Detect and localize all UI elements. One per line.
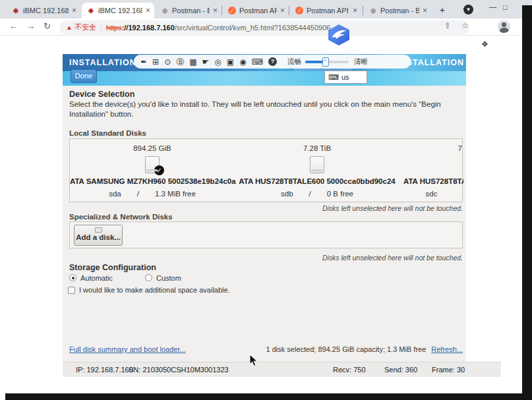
window-minimize-button[interactable]: —: [489, 3, 496, 11]
disk-device: sda: [109, 190, 121, 198]
close-icon[interactable]: ×: [423, 7, 427, 14]
tab-title: Postman API Platfo: [239, 7, 277, 14]
kvm-toolbar: ✒ ⊞ ⊙ Ⓑ ▦ ☛ ◎ ▣ ◉ ⌨ ? 流畅 清晰: [134, 55, 411, 69]
mouse-icon[interactable]: ☛: [202, 58, 210, 66]
disk-mount: /: [309, 190, 311, 198]
desktop-background: [522, 5, 532, 393]
selection-summary: 1 disk selected; 894.25 GiB capacity; 1.…: [266, 345, 427, 353]
close-icon[interactable]: ×: [280, 7, 285, 14]
quality-slider-handle[interactable]: [322, 57, 329, 67]
disk-icon[interactable]: [310, 156, 324, 173]
full-disk-summary-link[interactable]: Full disk summary and boot loader...: [69, 345, 186, 353]
cdrom-icon[interactable]: ◎: [214, 58, 221, 66]
radio-custom[interactable]: [145, 274, 152, 281]
pin-icon[interactable]: ✒: [140, 58, 147, 66]
desktop: ❉ iBMC 192.168.7.16 × ❉ iBMC 192.168.7.1…: [0, 0, 532, 400]
disk-device: sdb: [281, 190, 293, 198]
floppy-icon[interactable]: ▣: [227, 58, 234, 66]
disk-mount: /: [137, 190, 139, 198]
keyboard-icon: ⌨: [328, 73, 339, 82]
close-icon[interactable]: ×: [353, 7, 357, 14]
tab-title: Postman API Platfo: [307, 7, 349, 14]
network-disks-panel: Add a disk...: [69, 221, 463, 248]
additional-space-label[interactable]: I would like to make additional space av…: [79, 286, 230, 294]
power-icon[interactable]: ⊙: [164, 58, 171, 66]
disk-icon[interactable]: ✓: [145, 156, 160, 173]
fit-screen-icon[interactable]: ⊞: [152, 58, 159, 66]
warning-triangle-icon: ▲: [66, 24, 73, 31]
tab-ibmc-2-active[interactable]: ❉ iBMC 192.168.7.16 ×: [82, 3, 154, 18]
browser-navbar: ← → ↻ ▲ 不安全 | https ://192.168.7.160 /sr…: [0, 18, 532, 36]
installer-subheader: [63, 71, 466, 86]
screen-layout-icon[interactable]: ▦: [189, 58, 196, 66]
disk-sdb[interactable]: 7.28 TiB ATA HUS728T8TALE600 5000cca0bbd…: [235, 139, 399, 202]
radio-automatic-label[interactable]: Automatic: [80, 274, 134, 282]
add-disk-button[interactable]: Add a disk...: [74, 225, 123, 246]
disk-model: ATA SAMSUNG MZ7KH960 5002538e19b24c0a: [70, 177, 235, 185]
desktop-background: [5, 393, 532, 400]
ibmc-icon: ❉: [87, 7, 95, 14]
tab-postman-api-1[interactable]: ∕ Postman API Platfo ×: [223, 3, 289, 18]
additional-space-checkbox[interactable]: [68, 287, 75, 294]
disk-free: 0 B free: [327, 190, 353, 198]
globe-icon: ⊕: [161, 7, 169, 14]
address-bar[interactable]: ▲ 不安全 | https ://192.168.7.160 /src/virt…: [59, 20, 469, 34]
tab-postman-api-2[interactable]: ∕ Postman API Platfo ×: [290, 3, 361, 18]
reload-icon[interactable]: ↻: [44, 21, 51, 31]
network-disks-title: Specialized & Network Disks: [69, 213, 173, 221]
add-disk-label: Add a disk...: [74, 233, 122, 241]
profile-avatar[interactable]: [498, 20, 510, 33]
tab-divider: [289, 6, 289, 15]
status-recv: Recv: 750: [333, 366, 366, 374]
kvm-status-bar: IP: 192.168.7.160 SN: 2103050CSH10M30013…: [63, 362, 501, 377]
back-icon[interactable]: ←: [9, 21, 18, 31]
tab-postman-browse-2[interactable]: ⊕ Postman - Browse ×: [364, 3, 431, 18]
new-tab-button[interactable]: +: [435, 3, 450, 18]
refresh-link[interactable]: Refresh...: [431, 345, 463, 353]
status-ip: IP: 192.168.7.160: [76, 366, 133, 374]
status-send: Send: 360: [384, 366, 417, 374]
share-icon[interactable]: ⇧: [444, 21, 451, 30]
boot-device-icon[interactable]: Ⓑ: [176, 58, 184, 66]
disk-sda[interactable]: 894.25 GiB ✓ ATA SAMSUNG MZ7KH960 500253…: [70, 139, 235, 202]
radio-automatic[interactable]: [69, 274, 76, 281]
close-icon[interactable]: ×: [213, 7, 218, 14]
unselected-note: Disks left unselected here will not be t…: [322, 204, 463, 212]
forward-icon[interactable]: →: [26, 21, 35, 31]
extensions-icon[interactable]: ❖: [481, 40, 488, 49]
local-disks-title: Local Standard Disks: [69, 129, 146, 137]
radio-custom-label[interactable]: Custom: [156, 274, 181, 282]
done-button[interactable]: Done: [71, 69, 97, 83]
security-warning-label[interactable]: 不安全: [74, 22, 96, 32]
close-icon[interactable]: ×: [72, 7, 76, 14]
tab-title: Postman - Browse: [380, 7, 419, 14]
virtual-keyboard-icon[interactable]: ⌨: [252, 58, 263, 66]
postman-icon: ∕: [295, 7, 303, 14]
ibmc-icon: ❉: [12, 7, 20, 14]
keyboard-layout-indicator[interactable]: ⌨ us: [324, 71, 367, 84]
tab-ibmc-1[interactable]: ❉ iBMC 192.168.7.16 ×: [7, 3, 80, 18]
help-icon[interactable]: ?: [268, 57, 277, 66]
window-maximize-button[interactable]: □: [503, 3, 508, 11]
device-selection-intro: Select the device(s) you'd like to insta…: [69, 100, 465, 119]
tab-title: Postman - Browse: [172, 7, 210, 14]
unselected-note: Disks left unselected here will not be t…: [322, 254, 463, 262]
disk-device: sdc: [426, 190, 438, 198]
tab-title: iBMC 192.168.7.16: [98, 7, 142, 14]
quality-sharp-label: 清晰: [354, 57, 368, 67]
quality-smooth-label: 流畅: [287, 57, 301, 67]
close-icon[interactable]: ×: [146, 7, 150, 14]
url-scheme: https: [106, 24, 122, 32]
browser-update-icon[interactable]: ▾: [463, 5, 473, 14]
tab-postman-browse-1[interactable]: ⊕ Postman - Browse ×: [156, 3, 222, 18]
tab-title: iBMC 192.168.7.16: [23, 7, 69, 14]
bookmark-star-icon[interactable]: ☆: [461, 21, 469, 30]
disk-model: ATA HUS728T8TALE600 5000cca0bbd90c24: [235, 177, 399, 185]
disk-size: 7: [458, 144, 462, 152]
status-frame: Frame: 30: [432, 366, 465, 374]
disk-model: ATA HUS728T8TAL: [403, 177, 463, 185]
small-disk-icon: [95, 227, 102, 233]
disk-sdc[interactable]: 7 ATA HUS728T8TAL sdc: [399, 139, 463, 202]
quality-slider[interactable]: [305, 61, 349, 63]
record-icon[interactable]: ◉: [239, 58, 246, 66]
